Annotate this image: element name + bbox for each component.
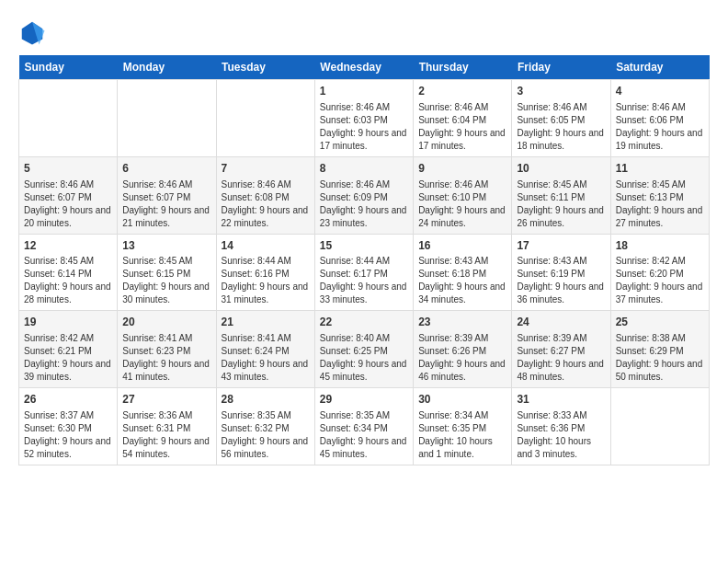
- logo-icon: [18, 18, 46, 46]
- calendar-cell: 15Sunrise: 8:44 AM Sunset: 6:17 PM Dayli…: [314, 234, 413, 311]
- day-number: 6: [122, 161, 210, 177]
- calendar-cell: [216, 80, 314, 157]
- day-info: Sunrise: 8:46 AM Sunset: 6:09 PM Dayligh…: [320, 178, 408, 230]
- logo: [18, 18, 50, 46]
- day-info: Sunrise: 8:46 AM Sunset: 6:04 PM Dayligh…: [418, 101, 506, 153]
- calendar-header-thursday: Thursday: [414, 55, 512, 80]
- day-number: 29: [320, 392, 408, 408]
- day-number: 3: [517, 84, 605, 99]
- page-header: [18, 18, 710, 46]
- day-info: Sunrise: 8:46 AM Sunset: 6:10 PM Dayligh…: [418, 178, 506, 230]
- day-info: Sunrise: 8:38 AM Sunset: 6:29 PM Dayligh…: [616, 332, 704, 384]
- calendar-week-row: 1Sunrise: 8:46 AM Sunset: 6:03 PM Daylig…: [19, 80, 710, 157]
- day-number: 14: [222, 238, 310, 254]
- calendar-cell: 14Sunrise: 8:44 AM Sunset: 6:16 PM Dayli…: [216, 234, 314, 311]
- day-info: Sunrise: 8:46 AM Sunset: 6:08 PM Dayligh…: [222, 178, 310, 230]
- day-number: 1: [320, 84, 408, 99]
- calendar-cell: 13Sunrise: 8:45 AM Sunset: 6:15 PM Dayli…: [118, 234, 216, 311]
- day-info: Sunrise: 8:46 AM Sunset: 6:07 PM Dayligh…: [122, 178, 210, 230]
- day-number: 16: [418, 238, 506, 254]
- calendar-week-row: 5Sunrise: 8:46 AM Sunset: 6:07 PM Daylig…: [19, 156, 710, 234]
- calendar-week-row: 12Sunrise: 8:45 AM Sunset: 6:14 PM Dayli…: [19, 234, 710, 311]
- day-number: 10: [517, 161, 605, 177]
- day-number: 23: [418, 315, 506, 330]
- calendar-header-sunday: Sunday: [19, 55, 118, 80]
- calendar-cell: 8Sunrise: 8:46 AM Sunset: 6:09 PM Daylig…: [314, 156, 413, 234]
- day-info: Sunrise: 8:45 AM Sunset: 6:13 PM Dayligh…: [616, 178, 704, 230]
- calendar-cell: 6Sunrise: 8:46 AM Sunset: 6:07 PM Daylig…: [118, 156, 216, 234]
- day-info: Sunrise: 8:46 AM Sunset: 6:06 PM Dayligh…: [616, 101, 704, 153]
- day-info: Sunrise: 8:43 AM Sunset: 6:18 PM Dayligh…: [418, 255, 506, 306]
- day-number: 21: [222, 315, 310, 330]
- day-info: Sunrise: 8:37 AM Sunset: 6:30 PM Dayligh…: [24, 409, 112, 461]
- day-number: 7: [222, 161, 310, 177]
- day-info: Sunrise: 8:46 AM Sunset: 6:07 PM Dayligh…: [24, 178, 112, 230]
- calendar-cell: 26Sunrise: 8:37 AM Sunset: 6:30 PM Dayli…: [19, 388, 118, 465]
- calendar-week-row: 19Sunrise: 8:42 AM Sunset: 6:21 PM Dayli…: [19, 311, 710, 388]
- calendar-header-monday: Monday: [118, 55, 216, 80]
- day-info: Sunrise: 8:40 AM Sunset: 6:25 PM Dayligh…: [320, 332, 408, 384]
- day-info: Sunrise: 8:46 AM Sunset: 6:05 PM Dayligh…: [517, 101, 605, 153]
- day-info: Sunrise: 8:42 AM Sunset: 6:21 PM Dayligh…: [24, 332, 112, 384]
- day-number: 19: [24, 315, 112, 330]
- day-info: Sunrise: 8:34 AM Sunset: 6:35 PM Dayligh…: [418, 409, 506, 461]
- day-number: 8: [320, 161, 408, 177]
- day-info: Sunrise: 8:41 AM Sunset: 6:23 PM Dayligh…: [122, 332, 210, 384]
- day-info: Sunrise: 8:45 AM Sunset: 6:15 PM Dayligh…: [122, 255, 210, 306]
- calendar-cell: 4Sunrise: 8:46 AM Sunset: 6:06 PM Daylig…: [610, 80, 709, 157]
- day-number: 5: [24, 161, 112, 177]
- day-number: 27: [122, 392, 210, 408]
- day-info: Sunrise: 8:45 AM Sunset: 6:11 PM Dayligh…: [517, 178, 605, 230]
- day-number: 25: [616, 315, 704, 330]
- day-number: 11: [616, 161, 704, 177]
- day-info: Sunrise: 8:39 AM Sunset: 6:27 PM Dayligh…: [517, 332, 605, 384]
- calendar-cell: 22Sunrise: 8:40 AM Sunset: 6:25 PM Dayli…: [314, 311, 413, 388]
- calendar-header-friday: Friday: [512, 55, 610, 80]
- calendar-cell: 23Sunrise: 8:39 AM Sunset: 6:26 PM Dayli…: [414, 311, 512, 388]
- calendar-cell: 21Sunrise: 8:41 AM Sunset: 6:24 PM Dayli…: [216, 311, 314, 388]
- day-info: Sunrise: 8:36 AM Sunset: 6:31 PM Dayligh…: [122, 409, 210, 461]
- day-number: 15: [320, 238, 408, 254]
- day-info: Sunrise: 8:43 AM Sunset: 6:19 PM Dayligh…: [517, 255, 605, 306]
- day-number: 26: [24, 392, 112, 408]
- calendar-cell: 1Sunrise: 8:46 AM Sunset: 6:03 PM Daylig…: [314, 80, 413, 157]
- calendar-cell: [118, 80, 216, 157]
- day-number: 9: [418, 161, 506, 177]
- calendar-cell: 17Sunrise: 8:43 AM Sunset: 6:19 PM Dayli…: [512, 234, 610, 311]
- calendar-cell: 19Sunrise: 8:42 AM Sunset: 6:21 PM Dayli…: [19, 311, 118, 388]
- day-info: Sunrise: 8:41 AM Sunset: 6:24 PM Dayligh…: [222, 332, 310, 384]
- calendar-cell: 2Sunrise: 8:46 AM Sunset: 6:04 PM Daylig…: [414, 80, 512, 157]
- calendar-cell: 31Sunrise: 8:33 AM Sunset: 6:36 PM Dayli…: [512, 388, 610, 465]
- day-number: 13: [122, 238, 210, 254]
- day-number: 20: [122, 315, 210, 330]
- day-number: 2: [418, 84, 506, 99]
- calendar-cell: 24Sunrise: 8:39 AM Sunset: 6:27 PM Dayli…: [512, 311, 610, 388]
- day-info: Sunrise: 8:45 AM Sunset: 6:14 PM Dayligh…: [24, 255, 112, 306]
- calendar-cell: 30Sunrise: 8:34 AM Sunset: 6:35 PM Dayli…: [414, 388, 512, 465]
- calendar-cell: 16Sunrise: 8:43 AM Sunset: 6:18 PM Dayli…: [414, 234, 512, 311]
- calendar-cell: 28Sunrise: 8:35 AM Sunset: 6:32 PM Dayli…: [216, 388, 314, 465]
- day-number: 4: [616, 84, 704, 99]
- calendar-cell: 29Sunrise: 8:35 AM Sunset: 6:34 PM Dayli…: [314, 388, 413, 465]
- calendar-header-saturday: Saturday: [610, 55, 709, 80]
- calendar-cell: [19, 80, 118, 157]
- calendar-cell: 10Sunrise: 8:45 AM Sunset: 6:11 PM Dayli…: [512, 156, 610, 234]
- day-info: Sunrise: 8:46 AM Sunset: 6:03 PM Dayligh…: [320, 101, 408, 153]
- calendar-cell: 25Sunrise: 8:38 AM Sunset: 6:29 PM Dayli…: [610, 311, 709, 388]
- calendar-cell: 12Sunrise: 8:45 AM Sunset: 6:14 PM Dayli…: [19, 234, 118, 311]
- calendar-cell: 3Sunrise: 8:46 AM Sunset: 6:05 PM Daylig…: [512, 80, 610, 157]
- day-number: 28: [222, 392, 310, 408]
- day-info: Sunrise: 8:35 AM Sunset: 6:32 PM Dayligh…: [222, 409, 310, 461]
- day-number: 22: [320, 315, 408, 330]
- calendar-cell: 11Sunrise: 8:45 AM Sunset: 6:13 PM Dayli…: [610, 156, 709, 234]
- day-number: 30: [418, 392, 506, 408]
- calendar-week-row: 26Sunrise: 8:37 AM Sunset: 6:30 PM Dayli…: [19, 388, 710, 465]
- day-number: 31: [517, 392, 605, 408]
- calendar-cell: 20Sunrise: 8:41 AM Sunset: 6:23 PM Dayli…: [118, 311, 216, 388]
- calendar-table: SundayMondayTuesdayWednesdayThursdayFrid…: [18, 55, 710, 465]
- day-info: Sunrise: 8:39 AM Sunset: 6:26 PM Dayligh…: [418, 332, 506, 384]
- day-info: Sunrise: 8:33 AM Sunset: 6:36 PM Dayligh…: [517, 409, 605, 461]
- calendar-cell: 9Sunrise: 8:46 AM Sunset: 6:10 PM Daylig…: [414, 156, 512, 234]
- day-number: 17: [517, 238, 605, 254]
- calendar-cell: [610, 388, 709, 465]
